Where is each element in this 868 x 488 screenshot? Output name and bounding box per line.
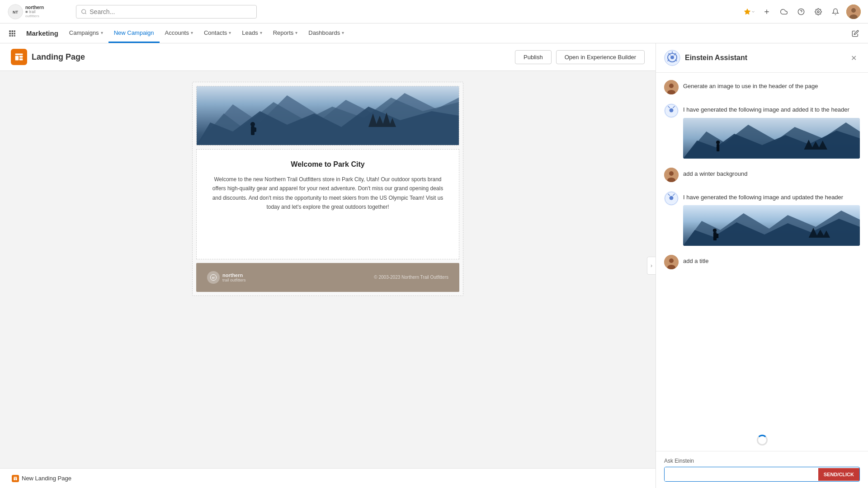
msg-content-2: I have generated the following image and… bbox=[683, 103, 860, 159]
chat-messages[interactable]: Generate an image to use in the header o… bbox=[656, 73, 868, 429]
einstein-title-area: Einstein Assistant bbox=[664, 50, 747, 66]
svg-point-67 bbox=[669, 258, 674, 263]
einstein-title: Einstein Assistant bbox=[685, 54, 747, 62]
contacts-label: Contacts bbox=[204, 29, 227, 36]
leads-label: Leads bbox=[242, 29, 258, 36]
ask-send-button[interactable]: SEND/CLICK bbox=[818, 468, 859, 481]
reports-label: Reports bbox=[273, 29, 294, 36]
nav-item-contacts[interactable]: Contacts ▾ bbox=[198, 23, 236, 43]
logo-icon: NT bbox=[7, 4, 24, 20]
open-builder-button[interactable]: Open in Experience Builder bbox=[556, 50, 645, 64]
svg-marker-3 bbox=[744, 9, 750, 14]
msg-image-1 bbox=[683, 118, 860, 159]
generated-image-1 bbox=[683, 118, 860, 159]
search-input[interactable] bbox=[90, 8, 252, 15]
svg-rect-9 bbox=[9, 30, 11, 32]
svg-rect-17 bbox=[14, 35, 15, 36]
settings-button[interactable] bbox=[812, 5, 825, 18]
svg-point-51 bbox=[716, 141, 720, 144]
campaigns-chevron: ▾ bbox=[101, 30, 103, 35]
msg-content-4: I have generated the following image and… bbox=[683, 191, 860, 246]
bottom-tab-bar: New Landing Page bbox=[0, 468, 656, 488]
ask-input[interactable] bbox=[665, 467, 818, 481]
lp-header-section[interactable] bbox=[196, 86, 459, 145]
dashboards-label: Dashboards bbox=[308, 29, 340, 36]
cloud-button[interactable] bbox=[778, 5, 790, 18]
lp-content-section[interactable]: Welcome to Park City Welcome to the new … bbox=[196, 149, 459, 259]
nav-item-accounts[interactable]: Accounts ▾ bbox=[160, 23, 198, 43]
bell-icon bbox=[832, 8, 839, 15]
collapse-handle[interactable]: › bbox=[647, 257, 656, 275]
page-header: Landing Page Publish Open in Experience … bbox=[0, 43, 656, 71]
avatar[interactable] bbox=[846, 5, 861, 19]
notifications-button[interactable] bbox=[829, 5, 842, 18]
close-button[interactable]: ✕ bbox=[847, 52, 860, 64]
msg-text-4: I have generated the following image and… bbox=[683, 191, 860, 202]
svg-rect-18 bbox=[15, 54, 23, 55]
main-layout: Landing Page Publish Open in Experience … bbox=[0, 43, 868, 488]
search-bar[interactable] bbox=[76, 5, 257, 19]
svg-point-43 bbox=[670, 108, 674, 113]
pencil-icon bbox=[852, 30, 859, 37]
user-photo-3 bbox=[664, 255, 679, 269]
svg-text:NT: NT bbox=[212, 277, 215, 279]
tab-label: New Landing Page bbox=[22, 475, 71, 482]
msg-image-2 bbox=[683, 205, 860, 246]
svg-rect-10 bbox=[12, 30, 14, 32]
einstein-avatar-icon-2 bbox=[664, 191, 679, 206]
add-button[interactable] bbox=[760, 5, 773, 18]
svg-text:NT: NT bbox=[13, 9, 18, 14]
svg-rect-36 bbox=[15, 478, 17, 480]
lp-welcome-text: Welcome to the new Northern Trail Outfit… bbox=[211, 175, 444, 212]
top-bar-right bbox=[743, 5, 861, 19]
generated-image-2 bbox=[683, 205, 860, 246]
tab-new-landing-page[interactable]: New Landing Page bbox=[7, 472, 76, 485]
lp-footer-section: NT northern trail outfitters © 2003-2023… bbox=[196, 263, 459, 292]
canvas-area[interactable]: Welcome to Park City Welcome to the new … bbox=[0, 71, 656, 468]
user-photo-1 bbox=[664, 80, 679, 94]
msg-text-1: Generate an image to use in the header o… bbox=[683, 80, 860, 91]
top-bar: NT northern ■ trail outfitters bbox=[0, 0, 868, 23]
einstein-avatar-2 bbox=[664, 191, 679, 206]
nav-item-dashboards[interactable]: Dashboards ▾ bbox=[303, 23, 349, 43]
user-photo-2 bbox=[664, 168, 679, 182]
svg-rect-16 bbox=[12, 35, 14, 36]
nav-items: Campaigns ▾ New Campaign Accounts ▾ Cont… bbox=[64, 23, 350, 43]
svg-rect-14 bbox=[14, 33, 15, 34]
accounts-label: Accounts bbox=[165, 29, 189, 36]
einstein-avatar-1 bbox=[664, 103, 679, 118]
nav-item-leads[interactable]: Leads ▾ bbox=[236, 23, 267, 43]
svg-rect-31 bbox=[254, 127, 256, 132]
question-icon bbox=[797, 8, 805, 15]
loading-spinner bbox=[757, 435, 768, 446]
help-button[interactable] bbox=[795, 5, 807, 18]
footer-nt-icon: NT bbox=[210, 274, 217, 281]
nav-item-campaigns[interactable]: Campaigns ▾ bbox=[64, 23, 108, 43]
nav-item-new-campaign[interactable]: New Campaign bbox=[108, 23, 160, 43]
lp-header-image bbox=[197, 86, 459, 145]
svg-rect-65 bbox=[716, 234, 718, 238]
user-avatar-3 bbox=[664, 255, 679, 269]
msg-text-3: add a winter background bbox=[683, 168, 860, 178]
einstein-header: Einstein Assistant ✕ bbox=[656, 43, 868, 73]
grid-menu-button[interactable] bbox=[4, 23, 21, 43]
mountain-svg bbox=[197, 86, 459, 145]
gear-icon bbox=[815, 8, 822, 15]
ask-input-row: SEND/CLICK bbox=[664, 467, 860, 482]
nav-edit-button[interactable] bbox=[846, 23, 864, 43]
svg-rect-63 bbox=[713, 232, 717, 240]
footer-logo-icon: NT bbox=[207, 271, 220, 284]
user-avatar-1 bbox=[664, 80, 679, 94]
tab-page-icon bbox=[13, 476, 18, 481]
contacts-chevron: ▾ bbox=[229, 30, 231, 35]
publish-button[interactable]: Publish bbox=[515, 50, 552, 64]
accounts-chevron: ▾ bbox=[191, 30, 193, 35]
app-name: Marketing bbox=[21, 23, 64, 43]
landing-page-container: Welcome to Park City Welcome to the new … bbox=[192, 82, 463, 296]
svg-rect-35 bbox=[14, 478, 15, 480]
favorites-button[interactable] bbox=[743, 5, 756, 18]
page-title: Landing Page bbox=[32, 52, 85, 62]
nav-item-reports[interactable]: Reports ▾ bbox=[268, 23, 303, 43]
lp-welcome-title: Welcome to Park City bbox=[211, 160, 444, 169]
svg-point-53 bbox=[669, 171, 674, 176]
